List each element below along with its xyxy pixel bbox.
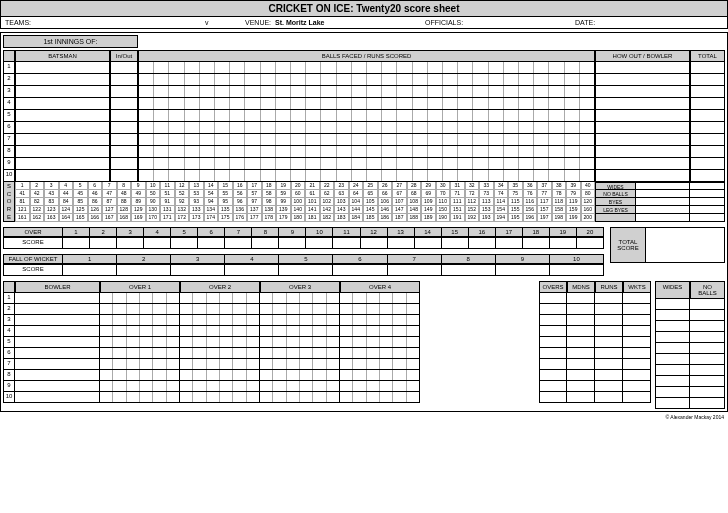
batsman-total[interactable] [690, 158, 725, 170]
how-out[interactable] [595, 158, 690, 170]
total-score-value[interactable] [646, 228, 724, 262]
bowler-name[interactable] [15, 348, 100, 359]
fow-score[interactable] [63, 264, 117, 276]
balls-faced[interactable] [138, 170, 595, 182]
batsman-total[interactable] [690, 98, 725, 110]
over-score[interactable] [415, 237, 442, 249]
over-score[interactable] [306, 237, 333, 249]
how-out[interactable] [595, 122, 690, 134]
balls-faced[interactable] [138, 98, 595, 110]
over-score[interactable] [198, 237, 225, 249]
batsman-total[interactable] [690, 74, 725, 86]
batsman-name[interactable] [15, 146, 110, 158]
batsman-total[interactable] [690, 134, 725, 146]
meta-row: TEAMS: v VENUE: St. Moritz Lake OFFICIAL… [0, 17, 728, 29]
batsman-name[interactable] [15, 62, 110, 74]
bowler-name[interactable] [15, 304, 100, 315]
batsman-name[interactable] [15, 158, 110, 170]
batsman-name[interactable] [15, 98, 110, 110]
batsman-name[interactable] [15, 74, 110, 86]
batsman-name[interactable] [15, 134, 110, 146]
fow-score[interactable] [279, 264, 333, 276]
extras-total[interactable] [689, 183, 724, 189]
over-score[interactable] [171, 237, 198, 249]
balls-faced[interactable] [138, 62, 595, 74]
batsman-total[interactable] [690, 86, 725, 98]
batsman-inout[interactable] [110, 146, 138, 158]
how-out[interactable] [595, 98, 690, 110]
fow-score[interactable] [225, 264, 279, 276]
batsman-name[interactable] [15, 122, 110, 134]
batsman-total[interactable] [690, 110, 725, 122]
how-out[interactable] [595, 110, 690, 122]
over-score[interactable] [496, 237, 523, 249]
batsman-total[interactable] [690, 122, 725, 134]
over-score[interactable] [577, 237, 604, 249]
balls-faced[interactable] [138, 134, 595, 146]
how-out[interactable] [595, 86, 690, 98]
over-score[interactable] [523, 237, 550, 249]
batsman-total[interactable] [690, 170, 725, 182]
bowler-name[interactable] [15, 337, 100, 348]
batsman-name[interactable] [15, 86, 110, 98]
batsman-total[interactable] [690, 146, 725, 158]
balls-faced[interactable] [138, 110, 595, 122]
extras-total[interactable] [689, 206, 724, 213]
extras-value[interactable] [636, 190, 689, 197]
over-score[interactable] [225, 237, 252, 249]
batsman-inout[interactable] [110, 122, 138, 134]
over-score[interactable] [361, 237, 388, 249]
batsman-name[interactable] [15, 170, 110, 182]
how-out[interactable] [595, 74, 690, 86]
fow-score[interactable] [117, 264, 171, 276]
extras-total[interactable] [689, 198, 724, 205]
over-score[interactable] [63, 237, 90, 249]
fow-score[interactable] [333, 264, 387, 276]
batsman-inout[interactable] [110, 134, 138, 146]
over-score[interactable] [550, 237, 577, 249]
over-score[interactable] [117, 237, 144, 249]
balls-faced[interactable] [138, 122, 595, 134]
how-out[interactable] [595, 134, 690, 146]
how-out[interactable] [595, 170, 690, 182]
batsman-inout[interactable] [110, 74, 138, 86]
bowler-name[interactable] [15, 293, 100, 304]
batsman-inout[interactable] [110, 86, 138, 98]
fow-score[interactable] [496, 264, 550, 276]
balls-faced[interactable] [138, 86, 595, 98]
extras-value[interactable] [636, 206, 689, 213]
bowler-name[interactable] [15, 326, 100, 337]
over-score[interactable] [90, 237, 117, 249]
over-score[interactable] [469, 237, 496, 249]
batsman-inout[interactable] [110, 98, 138, 110]
fow-score[interactable] [171, 264, 225, 276]
extras-value[interactable] [636, 198, 689, 205]
how-out[interactable] [595, 146, 690, 158]
balls-faced[interactable] [138, 146, 595, 158]
extras-total[interactable] [689, 190, 724, 197]
batsman-name[interactable] [15, 110, 110, 122]
over-score[interactable] [333, 237, 360, 249]
fow-score[interactable] [550, 264, 604, 276]
batsman-inout[interactable] [110, 62, 138, 74]
over-score[interactable] [442, 237, 469, 249]
bowler-name[interactable] [15, 315, 100, 326]
how-out[interactable] [595, 62, 690, 74]
bowler-name[interactable] [15, 359, 100, 370]
batsman-inout[interactable] [110, 170, 138, 182]
over-score[interactable] [144, 237, 171, 249]
over-score[interactable] [279, 237, 306, 249]
batsman-inout[interactable] [110, 158, 138, 170]
batsman-inout[interactable] [110, 110, 138, 122]
balls-faced[interactable] [138, 158, 595, 170]
bowler-name[interactable] [15, 381, 100, 392]
over-score[interactable] [388, 237, 415, 249]
fow-score[interactable] [442, 264, 496, 276]
balls-faced[interactable] [138, 74, 595, 86]
over-score[interactable] [252, 237, 279, 249]
bowler-name[interactable] [15, 370, 100, 381]
fow-score[interactable] [388, 264, 442, 276]
batsman-total[interactable] [690, 62, 725, 74]
bowler-name[interactable] [15, 392, 100, 403]
extras-value[interactable] [636, 183, 689, 189]
